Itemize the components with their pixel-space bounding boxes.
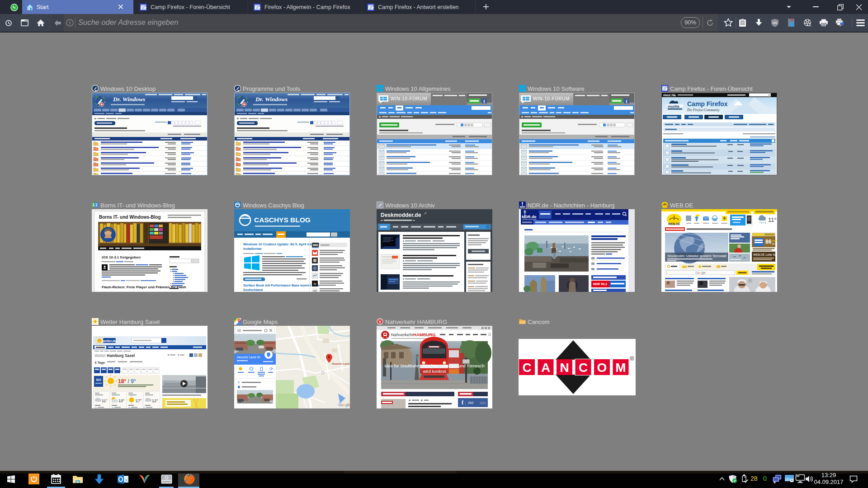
svg-text:N: N xyxy=(560,361,569,375)
svg-text:C: C xyxy=(522,361,531,375)
svg-text:Fx: Fx xyxy=(141,5,147,10)
svg-text:UO: UO xyxy=(773,21,778,24)
svg-text:NDR: NDR xyxy=(520,206,525,208)
svg-text:Fx: Fx xyxy=(662,86,668,91)
svg-text:®: ® xyxy=(630,355,634,362)
svg-text:A: A xyxy=(541,361,550,375)
svg-text:O: O xyxy=(597,361,607,375)
svg-text:Fx: Fx xyxy=(255,5,261,10)
svg-text:Fx: Fx xyxy=(368,5,374,10)
svg-text:C: C xyxy=(579,361,588,375)
svg-text:M: M xyxy=(615,361,626,375)
